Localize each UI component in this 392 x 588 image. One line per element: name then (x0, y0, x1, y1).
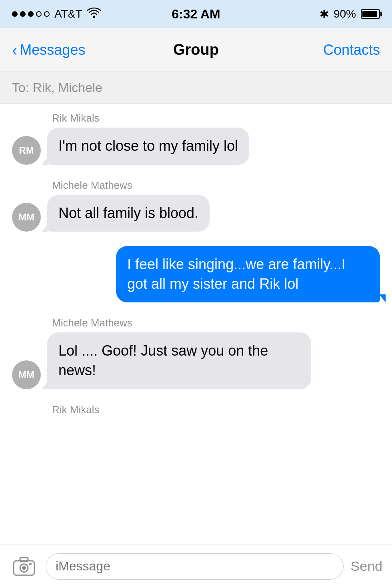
message-input[interactable] (46, 553, 344, 580)
svg-point-3 (22, 566, 26, 570)
svg-point-5 (29, 563, 32, 565)
signal-dot-1 (12, 11, 18, 17)
status-time: 6:32 AM (172, 7, 220, 22)
back-button[interactable]: ‹ Messages (12, 42, 85, 58)
sender-name-mm-2: Michele Mathews (52, 317, 380, 329)
message-text-3: I feel like singing...we are family...I … (127, 256, 346, 292)
battery-indicator (361, 9, 380, 19)
status-left: AT&T (12, 7, 101, 21)
sender-group-1: Rik Mikals RM I'm not close to my family… (12, 112, 380, 177)
battery-percent: 90% (334, 8, 356, 20)
chevron-left-icon: ‹ (12, 42, 17, 58)
battery-fill (362, 11, 377, 17)
to-field: To: Rik, Michele (0, 72, 392, 104)
svg-rect-4 (20, 558, 28, 562)
svg-point-0 (93, 16, 95, 18)
bubble-3: I feel like singing...we are family...I … (116, 246, 380, 302)
sender-group-2: Michele Mathews MM Not all family is blo… (12, 179, 380, 244)
signal-dot-4 (36, 11, 42, 17)
camera-icon (13, 557, 35, 576)
camera-button[interactable] (10, 552, 38, 581)
avatar-mm-2: MM (12, 360, 41, 389)
message-text-2: Not all family is blood. (58, 205, 198, 221)
sender-group-3: I feel like singing...we are family...I … (12, 246, 380, 314)
nav-bar: ‹ Messages Group Contacts (0, 28, 392, 72)
messages-area: Rik Mikals RM I'm not close to my family… (0, 104, 392, 544)
bubble-1: I'm not close to my family lol (47, 128, 249, 165)
message-row-1: RM I'm not close to my family lol (12, 128, 380, 165)
message-text-1: I'm not close to my family lol (58, 138, 238, 154)
message-row-3: I feel like singing...we are family...I … (12, 246, 380, 302)
to-label: To: Rik, Michele (12, 80, 102, 95)
sender-name-rik-bottom: Rik Mikals (52, 404, 380, 416)
status-bar: AT&T 6:32 AM ✱ 90% (0, 0, 392, 28)
message-text-4: Lol .... Goof! Just saw you on the news! (58, 342, 268, 378)
wifi-icon (87, 7, 101, 21)
message-row-2: MM Not all family is blood. (12, 195, 380, 232)
carrier-label: AT&T (54, 8, 82, 20)
battery-icon (361, 9, 380, 19)
sender-group-4: Michele Mathews MM Lol .... Goof! Just s… (12, 317, 380, 401)
bluetooth-icon: ✱ (320, 8, 329, 21)
signal-dot-2 (20, 11, 26, 17)
signal-dot-5 (44, 11, 50, 17)
message-row-4: MM Lol .... Goof! Just saw you on the ne… (12, 332, 380, 389)
signal-dot-3 (28, 11, 34, 17)
input-bar: Send (0, 544, 392, 588)
signal-dots (12, 11, 50, 17)
status-right: ✱ 90% (320, 8, 380, 21)
avatar-rm: RM (12, 136, 41, 165)
sender-name-rik-1: Rik Mikals (52, 112, 380, 124)
sender-name-mm-1: Michele Mathews (52, 179, 380, 192)
avatar-mm-1: MM (12, 203, 41, 232)
back-label: Messages (20, 42, 85, 58)
bubble-4: Lol .... Goof! Just saw you on the news! (47, 332, 311, 389)
nav-title: Group (173, 41, 219, 58)
send-button[interactable]: Send (351, 558, 382, 574)
contacts-button[interactable]: Contacts (323, 42, 380, 58)
bubble-2: Not all family is blood. (47, 195, 210, 232)
